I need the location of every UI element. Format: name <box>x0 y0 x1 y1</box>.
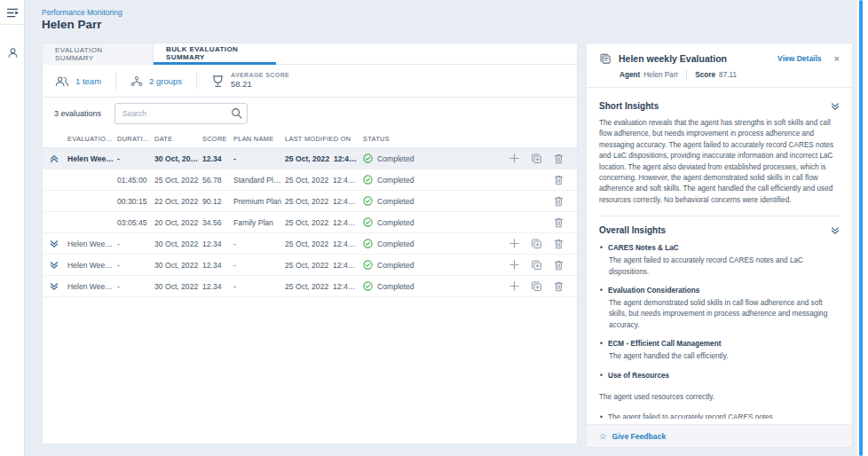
expand-row-button[interactable] <box>50 261 67 270</box>
check-circle-icon <box>363 153 373 163</box>
stat-average-score: AVERAGE SCORE 58.21 <box>211 72 289 90</box>
table-row[interactable]: Helen Week... - 30 Oct, 2022 12.34 - 25 … <box>43 148 577 169</box>
page-title: Helen Parr <box>42 18 102 31</box>
status-badge: Completed <box>363 196 452 206</box>
insight-note: The agent used resources correctly. <box>599 393 840 401</box>
row-actions <box>452 237 570 251</box>
delete-icon[interactable] <box>550 258 566 272</box>
average-score-value: 58.21 <box>231 79 289 90</box>
insight-title: Use of Resources <box>608 371 840 381</box>
plan-name: Family Plan <box>233 218 285 227</box>
double-chevron-down-icon <box>50 261 59 270</box>
user-nav-button[interactable] <box>0 41 25 64</box>
search-icon[interactable] <box>231 107 242 119</box>
give-feedback-button[interactable]: ☆ Give Feedback <box>587 424 852 447</box>
table-row[interactable]: Helen Weekl... - 30 Oct, 2022 12.34 - 25… <box>43 233 577 255</box>
plan-name: Premium Plan <box>233 197 285 206</box>
short-insights-text: The evaluation reveals that the agent ha… <box>599 118 840 206</box>
status-label: Completed <box>377 261 418 270</box>
delete-icon[interactable] <box>550 194 566 208</box>
evaluation-name: Helen Weekl... <box>67 282 117 291</box>
table-row[interactable]: Helen Weekl... - 30 Oct, 2022 12.34 - 25… <box>43 255 577 276</box>
tab-evaluation-summary[interactable]: EVALUATION SUMMARY <box>43 43 154 65</box>
collapse-row-button[interactable] <box>50 154 67 163</box>
col-plan: PLAN NAME <box>233 135 285 143</box>
groups-count-link[interactable]: 2 groups <box>149 76 182 86</box>
divider <box>599 216 840 216</box>
list-item: ECM - Efficient Call Management The agen… <box>599 339 840 362</box>
add-icon[interactable] <box>506 237 522 251</box>
delete-icon[interactable] <box>550 279 566 294</box>
add-icon[interactable] <box>506 152 522 166</box>
team-icon <box>55 75 69 87</box>
view-details-link[interactable]: View Details <box>777 54 821 63</box>
expand-row-button[interactable] <box>50 240 67 248</box>
duplicate-icon[interactable] <box>528 152 544 166</box>
delete-icon[interactable] <box>550 216 566 230</box>
agent-name: Helen Parr <box>643 71 678 79</box>
duration: - <box>117 240 154 248</box>
evaluation-doc-icon <box>599 52 612 65</box>
date: 30 Oct, 2022 <box>154 261 202 270</box>
row-actions <box>452 279 570 294</box>
breadcrumb[interactable]: Performance Monitoring <box>42 8 122 17</box>
close-icon[interactable]: × <box>834 53 840 64</box>
add-icon[interactable] <box>506 258 522 272</box>
table-row-child[interactable]: 00:30:15 22 Oct, 2022 90.12 Premium Plan… <box>43 191 577 212</box>
last-modified: 25 Oct, 2022 12:45 PM <box>285 240 363 248</box>
collapse-section-icon[interactable] <box>831 226 840 235</box>
date: 30 Oct, 2022 <box>154 282 202 291</box>
delete-icon[interactable] <box>550 237 566 251</box>
overall-insights-heading: Overall Insights <box>599 225 666 235</box>
row-actions <box>452 258 570 272</box>
delete-icon[interactable] <box>550 173 566 187</box>
team-count-link[interactable]: 1 team <box>75 76 101 86</box>
insight-title: CARES Notes & LaC <box>608 243 840 254</box>
duplicate-icon[interactable] <box>528 279 544 294</box>
add-icon[interactable] <box>506 279 522 294</box>
delete-icon[interactable] <box>550 152 566 166</box>
table-row-child[interactable]: 01:45:00 25 Oct, 2022 56.78 Standard Pla… <box>43 169 577 191</box>
date: 25 Oct, 2022 <box>154 176 202 185</box>
check-circle-icon <box>363 196 373 206</box>
duration: - <box>117 154 154 163</box>
double-chevron-down-icon <box>50 282 59 291</box>
clipped-list-item: The agent failed to accurately record CA… <box>599 413 840 419</box>
duplicate-icon[interactable] <box>528 237 544 251</box>
col-duration: DURATION <box>117 135 154 143</box>
short-insights-heading: Short Insights <box>599 101 659 111</box>
tab-bulk-evaluation-summary[interactable]: BULK EVALUATION SUMMARY <box>154 43 276 65</box>
divider <box>115 72 116 90</box>
collapse-section-icon[interactable] <box>831 102 840 111</box>
search-input[interactable] <box>114 103 248 124</box>
row-actions <box>452 216 570 230</box>
row-actions <box>452 152 570 166</box>
last-modified: 25 Oct, 2022 12:45 PM <box>285 261 363 270</box>
plan-name: - <box>233 261 285 270</box>
table-row[interactable]: Helen Weekl... - 30 Oct, 2022 12.34 - 25… <box>43 276 577 297</box>
status-badge: Completed <box>363 175 452 185</box>
plan-name: - <box>233 154 285 163</box>
evaluations-table: Helen Week... - 30 Oct, 2022 12.34 - 25 … <box>43 148 577 297</box>
col-evaluation: EVALUATION... <box>67 135 117 143</box>
scrollbar-thumb[interactable] <box>859 0 863 456</box>
evaluation-name: Helen Weekl... <box>67 240 117 248</box>
col-modified: LAST MODIFIED ON <box>285 135 363 143</box>
insight-text: The agent handled the call efficiently. <box>608 351 840 362</box>
plan-name: Standard Plan <box>233 176 285 185</box>
date: 22 Oct, 2022 <box>154 197 202 206</box>
status-badge: Completed <box>363 260 452 270</box>
status-label: Completed <box>377 240 418 248</box>
table-row-child[interactable]: 03:05:45 20 Oct, 2022 34.56 Family Plan … <box>43 212 577 233</box>
score: 12.34 <box>202 240 233 248</box>
app-sidebar <box>0 0 25 456</box>
duplicate-icon[interactable] <box>528 258 544 272</box>
menu-expand-button[interactable] <box>0 2 25 25</box>
duration: 03:05:45 <box>117 218 154 227</box>
col-score: SCORE <box>202 135 233 143</box>
date: 30 Oct, 2022 <box>154 240 202 248</box>
expand-row-button[interactable] <box>50 282 67 291</box>
evaluation-name: Helen Weekl... <box>67 261 117 270</box>
agent-label: Agent <box>619 71 640 79</box>
score: 12.34 <box>202 261 233 270</box>
